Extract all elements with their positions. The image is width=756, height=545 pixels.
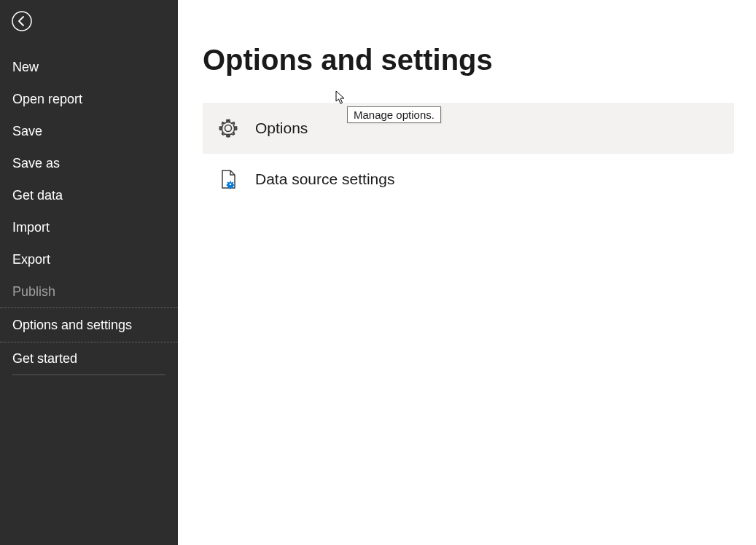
option-row-options[interactable]: Options xyxy=(203,103,734,154)
tooltip: Manage options. xyxy=(347,106,441,123)
tooltip-text: Manage options. xyxy=(354,109,434,121)
sidebar-item-open-report[interactable]: Open report xyxy=(0,83,178,115)
sidebar-item-get-started[interactable]: Get started xyxy=(0,342,178,375)
page-title: Options and settings xyxy=(203,44,734,77)
sidebar-item-export[interactable]: Export xyxy=(0,243,178,275)
back-button[interactable] xyxy=(11,10,33,32)
sidebar-item-publish: Publish xyxy=(0,275,178,307)
svg-point-0 xyxy=(12,12,31,31)
main-content: Options and settings Options xyxy=(178,0,756,545)
option-row-data-source-settings[interactable]: Data source settings xyxy=(203,154,734,205)
gear-icon xyxy=(217,117,239,139)
back-arrow-icon xyxy=(11,10,33,32)
option-label: Options xyxy=(255,119,308,137)
sidebar-divider xyxy=(12,375,165,375)
sidebar-item-options-and-settings[interactable]: Options and settings xyxy=(0,307,178,342)
sidebar: New Open report Save Save as Get data Im… xyxy=(0,0,178,545)
svg-point-1 xyxy=(225,125,232,132)
sidebar-item-import[interactable]: Import xyxy=(0,211,178,243)
sidebar-item-save[interactable]: Save xyxy=(0,115,178,147)
option-label: Data source settings xyxy=(255,170,394,188)
svg-point-3 xyxy=(230,184,232,186)
sidebar-item-get-data[interactable]: Get data xyxy=(0,179,178,211)
document-gear-icon xyxy=(217,168,239,190)
sidebar-item-new[interactable]: New xyxy=(0,51,178,83)
sidebar-item-save-as[interactable]: Save as xyxy=(0,147,178,179)
